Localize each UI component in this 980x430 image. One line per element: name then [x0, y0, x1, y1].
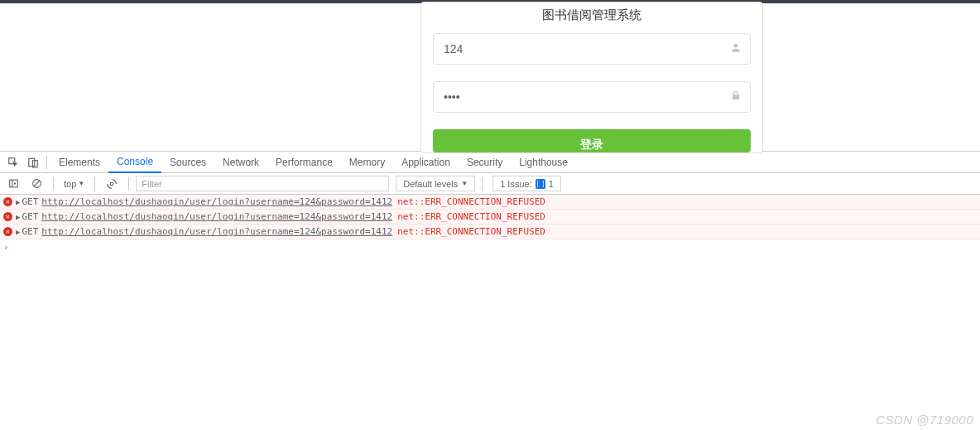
separator: [482, 177, 483, 191]
user-icon: [730, 42, 742, 56]
login-button[interactable]: 登录: [433, 129, 751, 152]
error-icon: ✕: [3, 197, 12, 206]
log-entry[interactable]: ✕ ▶ GET http://localhost/dushaoqin/user/…: [0, 225, 980, 239]
http-method: GET: [22, 196, 38, 207]
tab-lighthouse[interactable]: Lighthouse: [511, 152, 576, 173]
log-levels-selector[interactable]: Default levels ▼: [396, 176, 475, 191]
expand-caret-icon[interactable]: ▶: [16, 198, 20, 206]
svg-rect-1: [733, 94, 739, 99]
sidebar-toggle-icon[interactable]: [3, 174, 23, 194]
tab-network[interactable]: Network: [214, 152, 267, 173]
svg-rect-5: [9, 180, 17, 187]
webpage-viewport: 图书借阅管理系统 124 •••• 登录: [0, 3, 980, 151]
live-expression-icon[interactable]: [102, 174, 122, 194]
http-method: GET: [22, 211, 38, 222]
chevron-down-icon: ▼: [78, 180, 84, 187]
separator: [53, 177, 54, 191]
password-field[interactable]: ••••: [433, 81, 751, 113]
svg-point-0: [734, 44, 738, 48]
log-entry[interactable]: ✕ ▶ GET http://localhost/dushaoqin/user/…: [0, 195, 980, 210]
prompt-caret-icon: ›: [3, 242, 9, 253]
devtools-panel: Elements Console Sources Network Perform…: [0, 151, 980, 254]
device-toggle-icon[interactable]: [23, 152, 43, 172]
request-url[interactable]: http://localhost/dushaoqin/user/login?us…: [41, 226, 392, 237]
svg-point-9: [110, 182, 113, 186]
request-url[interactable]: http://localhost/dushaoqin/user/login?us…: [41, 211, 392, 222]
tab-security[interactable]: Security: [459, 152, 511, 173]
filter-input[interactable]: Filter: [136, 176, 389, 191]
username-value: 124: [444, 42, 718, 56]
tab-elements[interactable]: Elements: [50, 152, 108, 173]
separator: [128, 177, 129, 191]
separator: [46, 156, 47, 169]
issues-button[interactable]: 1 Issue: ❘❘ 1: [492, 176, 561, 191]
chevron-down-icon: ▼: [461, 180, 468, 187]
username-field[interactable]: 124: [433, 33, 751, 65]
tab-memory[interactable]: Memory: [341, 152, 393, 173]
login-button-label: 登录: [580, 138, 603, 152]
tab-performance[interactable]: Performance: [267, 152, 341, 173]
watermark: CSDN @719000: [876, 413, 973, 427]
http-method: GET: [22, 226, 38, 237]
inspect-element-icon[interactable]: [3, 152, 23, 172]
tab-console[interactable]: Console: [108, 152, 161, 173]
lock-icon: [730, 90, 742, 104]
console-toolbar: top ▼ Filter Default levels ▼ 1 Issue: ❘…: [0, 173, 980, 195]
tab-sources[interactable]: Sources: [161, 152, 214, 173]
devtools-tabs-bar: Elements Console Sources Network Perform…: [0, 152, 980, 173]
svg-rect-3: [29, 158, 35, 166]
log-entry[interactable]: ✕ ▶ GET http://localhost/dushaoqin/user/…: [0, 210, 980, 225]
issue-icon: ❘❘: [536, 179, 545, 189]
error-icon: ✕: [3, 227, 12, 236]
expand-caret-icon[interactable]: ▶: [16, 228, 20, 236]
password-value: ••••: [444, 90, 718, 104]
error-message: net::ERR_CONNECTION_REFUSED: [397, 196, 545, 207]
svg-line-8: [34, 181, 40, 186]
login-title: 图书借阅管理系统: [421, 2, 762, 33]
tab-application[interactable]: Application: [393, 152, 459, 173]
expand-caret-icon[interactable]: ▶: [16, 213, 20, 221]
context-selector[interactable]: top ▼: [60, 179, 88, 189]
console-prompt[interactable]: ›: [0, 239, 980, 254]
separator: [94, 177, 95, 191]
clear-console-icon[interactable]: [26, 174, 46, 194]
request-url[interactable]: http://localhost/dushaoqin/user/login?us…: [41, 196, 392, 207]
console-log-area: ✕ ▶ GET http://localhost/dushaoqin/user/…: [0, 195, 980, 254]
error-message: net::ERR_CONNECTION_REFUSED: [397, 226, 545, 237]
error-icon: ✕: [3, 212, 12, 221]
login-card: 图书借阅管理系统 124 •••• 登录: [420, 2, 763, 153]
error-message: net::ERR_CONNECTION_REFUSED: [397, 211, 545, 222]
